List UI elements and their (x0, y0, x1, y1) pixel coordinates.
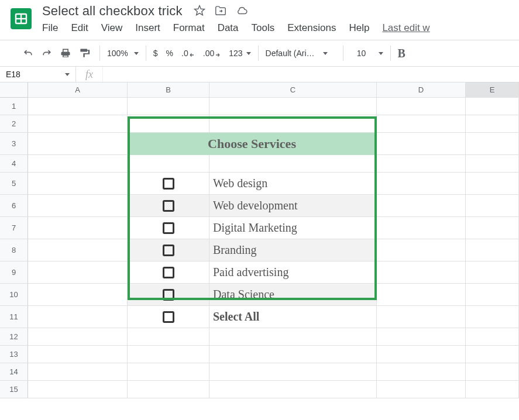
more-formats-button[interactable]: 123 (229, 49, 250, 58)
cell-e4[interactable] (466, 155, 519, 173)
print-button[interactable] (57, 45, 74, 61)
cell-a10[interactable] (28, 284, 128, 306)
cell-e5[interactable] (466, 173, 519, 195)
service-label-4[interactable]: Branding (209, 239, 377, 261)
bold-button[interactable]: B (398, 47, 405, 60)
cell-d11[interactable] (377, 306, 466, 328)
cell-b1[interactable] (128, 98, 209, 115)
row-header-4[interactable]: 4 (0, 155, 28, 173)
row-header-5[interactable]: 5 (0, 173, 28, 195)
checkbox-service-6[interactable] (163, 289, 174, 301)
cell-b10[interactable] (128, 284, 209, 306)
cell-d14[interactable] (377, 363, 466, 381)
cell-b8[interactable] (128, 239, 209, 261)
cell-e10[interactable] (466, 284, 519, 306)
service-label-1[interactable]: Web design (209, 173, 377, 195)
cell-b15[interactable] (128, 381, 209, 398)
increase-decimal-button[interactable]: .00 (203, 49, 221, 58)
cell-b13[interactable] (128, 346, 209, 363)
cell-d9[interactable] (377, 261, 466, 284)
cell-b5[interactable] (128, 173, 209, 195)
col-header-d[interactable]: D (377, 82, 466, 98)
services-heading[interactable]: Choose Services (128, 133, 377, 155)
cell-e7[interactable] (466, 217, 519, 239)
menu-insert[interactable]: Insert (135, 22, 160, 34)
cell-d1[interactable] (377, 98, 466, 115)
select-all-label[interactable]: Select All (209, 306, 377, 328)
checkbox-select-all[interactable] (163, 311, 174, 323)
cell-a13[interactable] (28, 346, 128, 363)
row-header-9[interactable]: 9 (0, 261, 28, 284)
cell-a14[interactable] (28, 363, 128, 381)
menu-data[interactable]: Data (218, 22, 239, 34)
cell-c2[interactable] (209, 115, 377, 133)
cell-a1[interactable] (28, 98, 128, 115)
cell-e9[interactable] (466, 261, 519, 284)
cell-b7[interactable] (128, 217, 209, 239)
cell-d12[interactable] (377, 328, 466, 346)
checkbox-service-2[interactable] (163, 200, 174, 212)
font-size-select[interactable]: 10 (350, 49, 383, 58)
format-as-currency-button[interactable]: $ (153, 49, 158, 58)
cell-c1[interactable] (209, 98, 377, 115)
service-label-2[interactable]: Web development (209, 195, 377, 217)
star-icon[interactable] (193, 4, 206, 19)
row-header-11[interactable]: 11 (0, 306, 28, 328)
cell-a2[interactable] (28, 115, 128, 133)
undo-button[interactable] (20, 45, 36, 61)
decrease-decimal-button[interactable]: .0 (181, 49, 195, 58)
row-header-7[interactable]: 7 (0, 217, 28, 239)
cell-a12[interactable] (28, 328, 128, 346)
cell-b2[interactable] (128, 115, 209, 133)
cell-d2[interactable] (377, 115, 466, 133)
checkbox-service-4[interactable] (163, 245, 174, 256)
cell-a11[interactable] (28, 306, 128, 328)
cell-a7[interactable] (28, 217, 128, 239)
redo-button[interactable] (39, 45, 55, 61)
col-header-c[interactable]: C (209, 82, 377, 98)
cell-a3[interactable] (28, 133, 128, 155)
row-header-2[interactable]: 2 (0, 115, 28, 133)
cell-e1[interactable] (466, 98, 519, 115)
row-header-15[interactable]: 15 (0, 381, 28, 398)
cell-a6[interactable] (28, 195, 128, 217)
cell-e3[interactable] (466, 133, 519, 155)
cell-b11[interactable] (128, 306, 209, 328)
cell-d15[interactable] (377, 381, 466, 398)
sheets-logo-icon[interactable] (8, 6, 34, 32)
document-title[interactable]: Select all checkbox trick (42, 4, 183, 19)
paint-format-button[interactable] (76, 45, 92, 61)
menu-tools[interactable]: Tools (252, 22, 275, 34)
cell-e12[interactable] (466, 328, 519, 346)
cell-a9[interactable] (28, 261, 128, 284)
col-header-b[interactable]: B (128, 82, 209, 98)
col-header-a[interactable]: A (28, 82, 128, 98)
cell-e13[interactable] (466, 346, 519, 363)
menu-extensions[interactable]: Extensions (287, 22, 336, 34)
cell-e11[interactable] (466, 306, 519, 328)
menu-edit[interactable]: Edit (71, 22, 88, 34)
row-header-8[interactable]: 8 (0, 239, 28, 261)
cell-a5[interactable] (28, 173, 128, 195)
service-label-6[interactable]: Data Science (209, 284, 377, 306)
cell-b4[interactable] (128, 155, 209, 173)
cell-d4[interactable] (377, 155, 466, 173)
row-header-1[interactable]: 1 (0, 98, 28, 115)
cell-e15[interactable] (466, 381, 519, 398)
col-header-e[interactable]: E (466, 82, 519, 98)
row-header-3[interactable]: 3 (0, 133, 28, 155)
cell-b9[interactable] (128, 261, 209, 284)
font-select[interactable]: Default (Ari… (266, 49, 336, 58)
menu-file[interactable]: File (42, 22, 58, 34)
cell-c4[interactable] (209, 155, 377, 173)
format-as-percent-button[interactable]: % (166, 49, 173, 58)
cell-b6[interactable] (128, 195, 209, 217)
select-all-corner[interactable] (0, 82, 28, 98)
zoom-select[interactable]: 100% (107, 49, 139, 58)
row-header-6[interactable]: 6 (0, 195, 28, 217)
checkbox-service-1[interactable] (163, 178, 174, 190)
row-header-13[interactable]: 13 (0, 346, 28, 363)
cell-e6[interactable] (466, 195, 519, 217)
cell-d3[interactable] (377, 133, 466, 155)
cell-d5[interactable] (377, 173, 466, 195)
